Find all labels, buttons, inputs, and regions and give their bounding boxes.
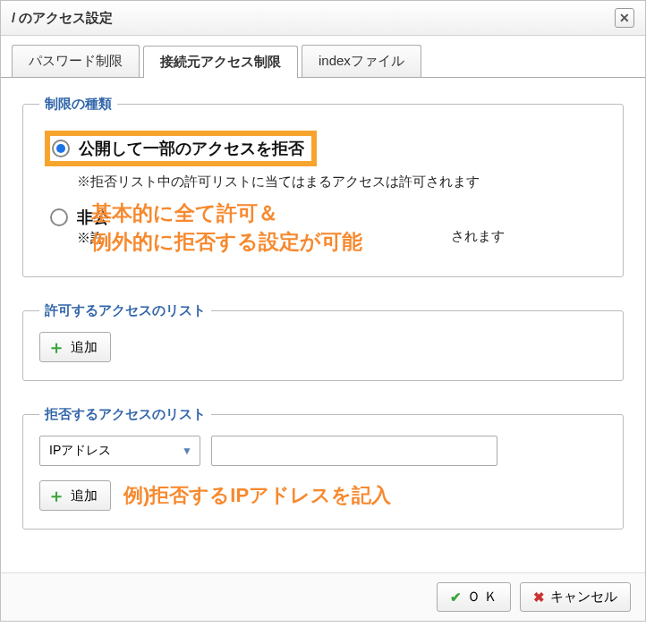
radio-deny-allow-some[interactable] [50,208,68,226]
tab-access-restriction[interactable]: 接続元アクセス制限 [143,46,298,78]
tab-bar: パスワード制限 接続元アクセス制限 indexファイル [1,36,645,78]
ok-label: Ｏ Ｋ [467,589,497,606]
radio-option-1-label: 公開して一部のアクセスを拒否 [79,138,304,159]
deny-value-input[interactable] [211,436,497,466]
ok-button[interactable]: ✔ Ｏ Ｋ [437,582,511,612]
radio-option-2-note-suffix: されます [451,228,505,245]
annotation-line-2: 例外的に拒否する設定が可能 [91,228,362,256]
deny-legend: 拒否するアクセスのリスト [39,406,211,423]
deny-type-selected: IPアドレス [49,443,111,459]
deny-type-dropdown[interactable]: IPアドレス ▼ [39,436,200,466]
deny-add-label: 追加 [71,487,98,504]
check-icon: ✔ [450,589,462,606]
dialog-title: / のアクセス設定 [12,10,113,27]
tab-index-file[interactable]: indexファイル [302,45,421,77]
access-settings-dialog: / のアクセス設定 ✕ パスワード制限 接続元アクセス制限 indexファイル … [0,0,646,622]
deny-add-row: ＋ 追加 例)拒否するIPアドレスを記入 [39,480,607,511]
x-icon: ✖ [533,589,545,606]
allow-add-button[interactable]: ＋ 追加 [39,332,111,362]
cancel-button[interactable]: ✖ キャンセル [520,582,631,612]
tab-password[interactable]: パスワード制限 [12,45,140,77]
restriction-type-fieldset: 制限の種類 公開して一部のアクセスを拒否 ※拒否リスト中の許可リストに当てはまる… [22,96,624,277]
deny-input-row: IPアドレス ▼ [39,436,607,466]
plus-icon: ＋ [47,338,65,356]
chevron-down-icon: ▼ [182,445,192,457]
close-button[interactable]: ✕ [615,8,634,28]
deny-list-fieldset: 拒否するアクセスのリスト IPアドレス ▼ ＋ 追加 例)拒否するIPアドレスを… [22,406,624,530]
cancel-label: キャンセル [550,589,617,606]
tab-content: 制限の種類 公開して一部のアクセスを拒否 ※拒否リスト中の許可リストに当てはまる… [1,78,645,572]
radio-option-1-row: 公開して一部のアクセスを拒否 [45,131,607,166]
dialog-header: / のアクセス設定 ✕ [1,1,645,36]
radio-allow-deny-some[interactable] [52,140,70,157]
annotation-highlight-box: 公開して一部のアクセスを拒否 [45,131,317,166]
dialog-footer: ✔ Ｏ Ｋ ✖ キャンセル [1,572,645,621]
allow-list-fieldset: 許可するアクセスのリスト ＋ 追加 [22,302,624,381]
plus-icon: ＋ [47,487,65,504]
allow-legend: 許可するアクセスのリスト [39,302,211,319]
restriction-legend: 制限の種類 [39,96,117,113]
radio-option-1-note: ※拒否リスト中の許可リストに当てはまるアクセスは許可されます [77,174,607,191]
radio-option-2-block: 非公 ※許 基本的に全て許可＆ 例外的に拒否する設定が可能 されます [39,201,607,258]
deny-annotation-text: 例)拒否するIPアドレスを記入 [123,482,391,509]
annotation-line-1: 基本的に全て許可＆ [91,199,278,227]
allow-add-label: 追加 [71,339,98,356]
close-icon: ✕ [619,11,630,25]
deny-add-button[interactable]: ＋ 追加 [39,480,111,511]
